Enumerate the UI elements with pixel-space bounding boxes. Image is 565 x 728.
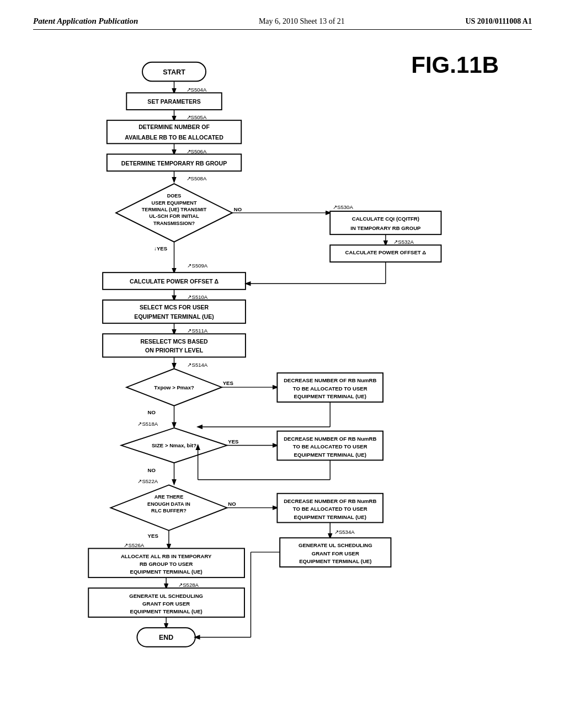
s532a-step-label: ↗S532A [393,239,414,245]
header-date-sheet: May 6, 2010 Sheet 13 of 21 [259,17,345,26]
s514a-no-label: NO [148,409,156,415]
s514a-yes-label: YES [223,380,234,386]
s522a-q3: RLC BUFFER? [151,508,186,513]
s510a-step-label: ↗S510A [188,294,208,300]
s524a-line1: DECREASE NUMBER OF RB NumRB [284,498,376,504]
s530a-line2: IN TEMPORARY RB GROUP [350,225,421,231]
s524a-line2: TO BE ALLOCATED TO USER [293,506,367,512]
s506a-step-label: ↗S506A [186,148,207,154]
s524a-line3: EQUIPMENT TERMINAL (UE) [294,514,366,520]
s526a-step-label: ↗S526A [124,543,145,549]
s528a-line1: GENERATE UL SCHEDULING [129,593,203,599]
s505a-line2: AVAILABLE RB TO BE ALLOCATED [125,134,223,141]
s508a-yes-label: ↓YES [154,245,168,251]
s522a-yes-label: YES [148,533,159,539]
s516a-line1: DECREASE NUMBER OF RB NumRB [284,378,376,384]
s511a-line2: ON PRIORITY LEVEL [145,347,204,354]
s505a-step-label: ↗S505A [186,114,207,120]
s528a-line2: GRANT FOR USER [142,601,190,607]
s534a-line3: EQUIPMENT TERMINAL (UE) [299,558,371,564]
s518a-step-label: ↗S518A [137,421,158,427]
s530a-step-label: ↗S530A [333,204,353,210]
s526a-line1: ALLOCATE ALL RB IN TEMPORARY [121,553,212,559]
s504a-text: SET PARAMETERS [147,98,200,105]
s510a-line1: SELECT MCS FOR USER [140,304,209,311]
s520a-line3: EQUIPMENT TERMINAL (UE) [294,452,366,458]
start-label: START [163,68,185,76]
s506a-text: DETERMINE TEMPORARY RB GROUP [121,160,227,167]
s534a-line1: GENERATE UL SCHEDULING [299,543,372,549]
s508a-q1: DOES [167,193,182,199]
page-header: Patent Application Publication May 6, 20… [33,17,532,30]
diagram-area: FIG.11B START ↗S504A SET PARAMETERS ↗S50… [33,46,532,681]
s518a-q: SIZE > Nmax, bit? [152,442,196,448]
svg-marker-8 [116,184,232,242]
s508a-step-label: ↗S508A [186,175,207,181]
s505a-line1: DETERMINE NUMBER OF [138,124,210,130]
s520a-line2: TO BE ALLOCATED TO USER [293,443,367,449]
s534a-step-label: ↗S534A [334,529,355,535]
s508a-q4: UL-SCH FOR INITIAL [149,213,199,219]
s504a-step-label: ↗S504A [186,87,207,93]
s518a-no-label: NO [148,467,156,473]
s509a-step-label: ↗S509A [188,263,208,269]
svg-rect-40 [330,211,441,234]
s508a-q5: TRANSMISSION? [153,221,195,226]
s520a-line1: DECREASE NUMBER OF RB NumRB [284,436,376,442]
s511a-line1: RESELECT MCS BASED [140,338,208,345]
s508a-q2: USER EQUIPMENT [152,200,197,206]
page: Patent Application Publication May 6, 20… [0,0,565,728]
s530a-line1: CALCULATE CQI (CQITFR) [352,216,419,222]
s522a-q1: ARE THERE [154,494,184,500]
s522a-step-label: ↗S522A [137,478,158,484]
s511a-step-label: ↗S511A [188,328,208,334]
s514a-q: Txpow > Pmax? [154,384,194,390]
s526a-line3: EQUIPMENT TERMINAL (UE) [130,569,202,575]
s508a-no-label: NO [234,206,242,212]
s528a-line3: EQUIPMENT TERMINAL (UE) [130,608,202,614]
s509a-text: CALCULATE POWER OFFSET Δ [130,278,219,285]
s526a-line2: RB GROUP TO USER [140,561,193,567]
s510a-line2: EQUIPMENT TERMINAL (UE) [134,313,214,320]
end-label: END [159,634,173,641]
s514a-step-label: ↗S514A [188,362,208,368]
flowchart-svg: START ↗S504A SET PARAMETERS ↗S505A DETER… [33,46,532,681]
header-patent-number: US 2010/0111008 A1 [465,17,532,26]
s516a-line2: TO BE ALLOCATED TO USER [293,386,367,392]
s532a-line1: CALCULATE POWER OFFSET Δ [345,249,427,255]
s522a-q2: ENOUGH DATA IN [147,501,190,507]
s516a-line3: EQUIPMENT TERMINAL (UE) [294,393,366,399]
s534a-line2: GRANT FOR USER [312,550,359,556]
s528a-step-label: ↗S528A [178,582,199,588]
s518a-yes-label: YES [228,438,239,445]
header-publication: Patent Application Publication [33,17,138,26]
s522a-no-label: NO [228,501,236,507]
s508a-q3: TERMINAL (UE) TRANSMIT [142,207,207,212]
